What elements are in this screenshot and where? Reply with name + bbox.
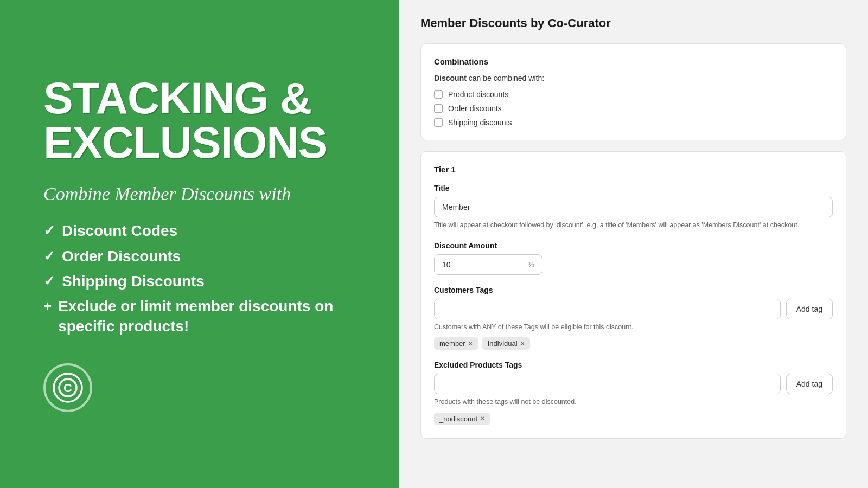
plus-icon: + — [43, 298, 52, 314]
feature-text: Order Discounts — [62, 247, 181, 266]
tier-card: Tier 1 Title Title will appear at checko… — [420, 151, 846, 439]
excluded-products-add-tag-button[interactable]: Add tag — [786, 374, 833, 394]
combinations-card: Combinations Discount can be combined wi… — [420, 43, 846, 140]
combinations-section-title: Combinations — [434, 57, 833, 66]
hero-title: STACKING &EXCLUSIONS — [43, 76, 355, 165]
discount-amount-field-group: Discount Amount 10 % — [434, 241, 833, 275]
excluded-tag-nodiscount: _nodiscount × — [434, 413, 490, 425]
customers-tag-input-row: Add tag — [434, 299, 833, 319]
list-item: ✓ Order Discounts — [43, 247, 355, 266]
feature-list: ✓ Discount Codes ✓ Order Discounts ✓ Shi… — [43, 221, 355, 342]
subtitle: Combine Member Discounts with — [43, 182, 355, 206]
title-label: Title — [434, 184, 833, 192]
discount-amount-row: 10 % — [434, 254, 833, 275]
shipping-discounts-row: Shipping discounts — [434, 118, 833, 127]
product-discounts-label: Product discounts — [448, 90, 508, 99]
tier-title: Tier 1 — [434, 165, 833, 174]
logo: C — [43, 363, 92, 412]
remove-tag-icon[interactable]: × — [469, 340, 473, 348]
percent-symbol: % — [528, 260, 534, 269]
discount-can-be: can be combined with: — [469, 74, 544, 82]
feature-text: Exclude or limit member discounts on spe… — [58, 297, 355, 336]
checkmark-icon: ✓ — [43, 273, 55, 290]
list-item: ✓ Discount Codes — [43, 221, 355, 241]
customers-tags-field-group: Customers Tags Add tag Customers with AN… — [434, 286, 833, 350]
list-item: + Exclude or limit member discounts on s… — [43, 297, 355, 336]
customers-tags-label: Customers Tags — [434, 286, 833, 294]
shipping-discounts-label: Shipping discounts — [448, 118, 512, 127]
product-discounts-checkbox[interactable] — [434, 90, 443, 99]
left-panel: STACKING &EXCLUSIONS Combine Member Disc… — [0, 0, 399, 488]
tag-label: _nodiscount — [439, 415, 477, 423]
excluded-tags-display: _nodiscount × — [434, 413, 833, 425]
right-panel: Member Discounts by Co-Curator Combinati… — [399, 0, 868, 488]
title-input[interactable] — [434, 197, 833, 217]
order-discounts-checkbox[interactable] — [434, 104, 443, 113]
discount-amount-value: 10 — [442, 260, 451, 269]
customer-tag-individual: Individual × — [482, 337, 530, 350]
discount-amount-label: Discount Amount — [434, 241, 833, 250]
logo-icon: C — [52, 371, 84, 404]
shipping-discounts-checkbox[interactable] — [434, 118, 443, 127]
discount-label-bold: Discount — [434, 74, 467, 82]
customers-tags-input[interactable] — [434, 299, 781, 319]
app-title: Member Discounts by Co-Curator — [420, 16, 846, 30]
excluded-products-hint: Products with these tags will not be dis… — [434, 397, 833, 407]
svg-text:C: C — [63, 381, 72, 395]
checkmark-icon: ✓ — [43, 222, 55, 239]
customers-tags-display: member × Individual × — [434, 337, 833, 350]
feature-text: Discount Codes — [62, 221, 177, 241]
customers-add-tag-button[interactable]: Add tag — [786, 299, 833, 319]
customer-tag-member: member × — [434, 337, 478, 350]
order-discounts-label: Order discounts — [448, 104, 502, 113]
excluded-products-label: Excluded Products Tags — [434, 361, 833, 369]
tag-label: member — [439, 339, 465, 348]
feature-text: Shipping Discounts — [62, 272, 205, 291]
title-field-group: Title Title will appear at checkout foll… — [434, 184, 833, 230]
remove-tag-icon[interactable]: × — [521, 340, 525, 348]
logo-area: C — [43, 363, 355, 412]
discount-amount-input[interactable]: 10 % — [434, 254, 542, 275]
excluded-products-field-group: Excluded Products Tags Add tag Products … — [434, 361, 833, 425]
customers-tags-hint: Customers with ANY of these Tags will be… — [434, 323, 833, 332]
excluded-products-input[interactable] — [434, 374, 781, 394]
discount-label: Discount can be combined with: — [434, 74, 833, 82]
title-hint: Title will appear at checkout followed b… — [434, 221, 833, 230]
checkmark-icon: ✓ — [43, 248, 55, 265]
product-discounts-row: Product discounts — [434, 90, 833, 99]
excluded-products-input-row: Add tag — [434, 374, 833, 394]
tag-label: Individual — [488, 339, 518, 348]
list-item: ✓ Shipping Discounts — [43, 272, 355, 291]
remove-tag-icon[interactable]: × — [481, 415, 484, 422]
order-discounts-row: Order discounts — [434, 104, 833, 113]
